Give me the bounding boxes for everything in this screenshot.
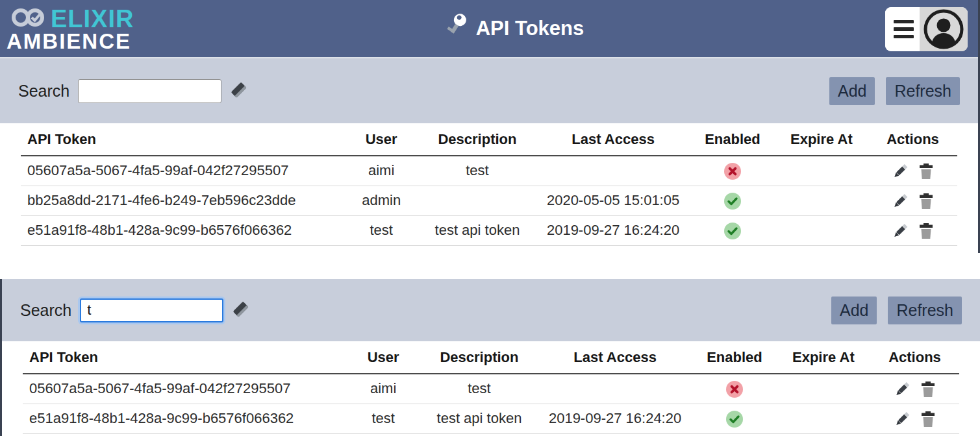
expire-at-cell xyxy=(777,374,870,404)
search-input[interactable] xyxy=(80,298,223,322)
key-icon xyxy=(446,12,471,45)
table-row: bb25a8dd-2171-4fe6-b249-7eb596c23ddeadmi… xyxy=(21,186,957,215)
delete-icon[interactable] xyxy=(920,381,936,398)
col-last-access: Last Access xyxy=(538,341,692,374)
actions-cell xyxy=(870,374,959,404)
user-avatar-icon[interactable] xyxy=(920,7,968,51)
last-access-cell: 2019-09-27 16:24:20 xyxy=(538,404,692,433)
app-header: ELIXIR AMBIENCE API Tokens xyxy=(0,0,978,58)
col-enabled: Enabled xyxy=(692,341,777,374)
cross-icon xyxy=(724,163,741,180)
hamburger-icon[interactable] xyxy=(885,7,920,51)
clear-search-button[interactable] xyxy=(231,300,251,321)
refresh-button[interactable]: Refresh xyxy=(886,77,960,105)
delete-icon[interactable] xyxy=(918,223,934,239)
enabled-cell xyxy=(692,404,777,433)
toolbar: Search Add Refresh xyxy=(2,279,980,341)
check-icon xyxy=(724,223,741,239)
api-tokens-table: API Token User Description Last Access E… xyxy=(23,341,959,434)
add-button[interactable]: Add xyxy=(829,77,875,105)
description-cell: test api token xyxy=(421,404,538,433)
last-access-cell xyxy=(538,374,692,404)
panel-bottom: Search Add Refresh API Token User Descri… xyxy=(0,279,980,436)
description-cell: test api token xyxy=(419,215,536,245)
col-actions: Actions xyxy=(870,341,959,374)
col-description: Description xyxy=(419,123,536,156)
delete-icon[interactable] xyxy=(918,193,934,210)
check-icon xyxy=(726,411,743,428)
col-expire-at: Expire At xyxy=(775,123,868,156)
app-root: ELIXIR AMBIENCE API Tokens Search xyxy=(0,0,980,436)
user-cell: admin xyxy=(344,186,419,215)
edit-icon[interactable] xyxy=(892,193,909,210)
col-description: Description xyxy=(421,341,538,374)
search-input[interactable] xyxy=(78,79,221,103)
user-cell: test xyxy=(344,215,419,245)
brand-name-top: ELIXIR xyxy=(51,6,134,31)
last-access-cell xyxy=(536,156,690,186)
actions-cell xyxy=(870,404,959,433)
panel-separator xyxy=(0,253,980,279)
token-cell: e51a91f8-48b1-428a-9c99-b6576f066362 xyxy=(21,215,344,245)
brand-name-bottom: AMBIENCE xyxy=(4,30,134,52)
table-header-row: API Token User Description Last Access E… xyxy=(21,123,957,156)
col-api-token: API Token xyxy=(21,123,344,156)
expire-at-cell xyxy=(777,404,870,433)
col-last-access: Last Access xyxy=(536,123,690,156)
col-actions: Actions xyxy=(868,123,957,156)
table-row: e51a91f8-48b1-428a-9c99-b6576f066362test… xyxy=(23,404,959,433)
refresh-button[interactable]: Refresh xyxy=(888,297,962,324)
col-user: User xyxy=(344,123,419,156)
edit-icon[interactable] xyxy=(894,411,911,428)
col-api-token: API Token xyxy=(23,341,346,374)
enabled-cell xyxy=(690,186,775,215)
table-row: e51a91f8-48b1-428a-9c99-b6576f066362test… xyxy=(21,215,957,245)
table-row: 05607a5a-5067-4fa5-99af-042f27295507aimi… xyxy=(23,374,959,404)
eraser-icon xyxy=(229,80,249,102)
page-title: API Tokens xyxy=(446,0,584,57)
description-cell: test xyxy=(419,156,536,186)
enabled-cell xyxy=(692,374,777,404)
cross-icon xyxy=(726,381,743,398)
enabled-cell xyxy=(690,215,775,245)
user-cell: aimi xyxy=(344,156,419,186)
expire-at-cell xyxy=(775,215,868,245)
token-cell: 05607a5a-5067-4fa5-99af-042f27295507 xyxy=(23,374,346,404)
edit-icon[interactable] xyxy=(892,163,909,180)
col-enabled: Enabled xyxy=(690,123,775,156)
last-access-cell: 2020-05-05 15:01:05 xyxy=(536,186,690,215)
user-cell: aimi xyxy=(346,374,421,404)
token-cell: 05607a5a-5067-4fa5-99af-042f27295507 xyxy=(21,156,344,186)
page-title-text: API Tokens xyxy=(476,17,584,40)
token-cell: bb25a8dd-2171-4fe6-b249-7eb596c23dde xyxy=(21,186,344,215)
check-icon xyxy=(724,193,741,210)
toolbar: Search Add Refresh xyxy=(0,58,978,123)
col-user: User xyxy=(346,341,421,374)
brand-logo: ELIXIR AMBIENCE xyxy=(0,5,134,52)
token-cell: e51a91f8-48b1-428a-9c99-b6576f066362 xyxy=(23,404,346,433)
table-area: API Token User Description Last Access E… xyxy=(0,123,978,253)
table-row: 05607a5a-5067-4fa5-99af-042f27295507aimi… xyxy=(21,156,957,186)
eraser-icon xyxy=(231,300,251,321)
delete-icon[interactable] xyxy=(920,411,936,428)
api-tokens-table: API Token User Description Last Access E… xyxy=(21,123,957,246)
user-menu xyxy=(885,7,968,51)
actions-cell xyxy=(868,156,957,186)
panel-top: ELIXIR AMBIENCE API Tokens Search xyxy=(0,0,980,253)
description-cell xyxy=(419,186,536,215)
delete-icon[interactable] xyxy=(918,163,934,180)
edit-icon[interactable] xyxy=(894,381,911,398)
search-label: Search xyxy=(18,82,69,101)
infinity-logo-icon xyxy=(10,5,48,32)
enabled-cell xyxy=(690,156,775,186)
expire-at-cell xyxy=(775,186,868,215)
last-access-cell: 2019-09-27 16:24:20 xyxy=(536,215,690,245)
add-button[interactable]: Add xyxy=(831,297,877,324)
expire-at-cell xyxy=(775,156,868,186)
user-cell: test xyxy=(346,404,421,433)
table-area: API Token User Description Last Access E… xyxy=(2,341,980,436)
edit-icon[interactable] xyxy=(892,223,909,239)
search-label: Search xyxy=(20,301,71,320)
clear-search-button[interactable] xyxy=(229,80,249,102)
table-header-row: API Token User Description Last Access E… xyxy=(23,341,959,374)
